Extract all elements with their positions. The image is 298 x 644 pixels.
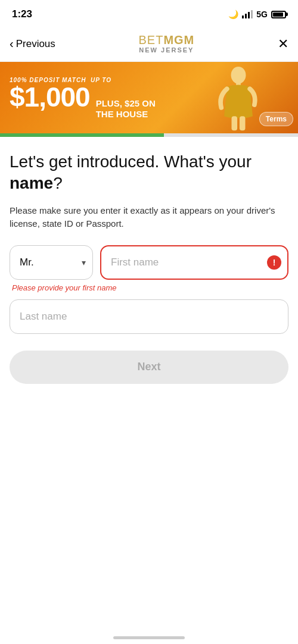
svg-rect-1: [245, 14, 247, 18]
up-to-label: UP TO: [91, 77, 111, 83]
first-name-input[interactable]: [100, 245, 288, 280]
logo-subtitle: NEW JERSEY: [139, 46, 195, 54]
svg-point-4: [231, 67, 246, 84]
next-button[interactable]: Next: [10, 351, 288, 384]
logo-text: BETMGM: [139, 33, 195, 46]
error-icon: !: [267, 255, 281, 270]
svg-rect-3: [251, 10, 253, 18]
banner-house-text: THE HOUSE: [96, 109, 156, 119]
svg-rect-2: [248, 12, 250, 18]
status-time: 1:23: [12, 8, 32, 20]
banner-person-image: [209, 65, 268, 133]
salutation-wrapper: Mr.Mrs.Ms.Dr.Prof. ▾: [10, 245, 93, 280]
svg-rect-0: [242, 15, 244, 18]
previous-button[interactable]: ‹ Previous: [10, 37, 55, 51]
status-bar: 1:23 🌙 5G: [0, 0, 298, 26]
first-name-error: Please provide your first name: [12, 283, 288, 292]
intro-title: Let's get introduced. What's your name?: [10, 151, 288, 195]
name-input-row: Mr.Mrs.Ms.Dr.Prof. ▾ !: [10, 245, 288, 280]
banner-amount: $1,000: [10, 83, 90, 111]
title-bold: name: [10, 174, 53, 192]
close-button[interactable]: ✕: [278, 36, 288, 52]
first-name-wrapper: !: [100, 245, 288, 280]
previous-label: Previous: [16, 38, 55, 50]
status-icons: 🌙 5G: [228, 10, 286, 19]
logo-bet: BET: [139, 33, 164, 46]
title-part1: Let's get introduced. What's your: [10, 152, 252, 171]
battery-icon: [271, 11, 286, 18]
logo-mgm: MGM: [163, 33, 194, 46]
svg-rect-6: [232, 116, 238, 130]
promo-banner: 100% DEPOSIT MATCH UP TO $1,000 PLUS, $2…: [0, 62, 298, 133]
brand-logo: BETMGM NEW JERSEY: [139, 33, 195, 54]
main-content: Let's get introduced. What's your name? …: [0, 137, 298, 398]
signal-bars-icon: [242, 10, 253, 18]
chevron-left-icon: ‹: [10, 37, 14, 51]
home-indicator: [113, 636, 185, 639]
nav-bar: ‹ Previous BETMGM NEW JERSEY ✕: [0, 26, 298, 62]
banner-plus-text: PLUS, $25 ON: [96, 98, 156, 108]
last-name-row: [10, 299, 288, 334]
next-button-container: Next: [10, 351, 288, 398]
network-label: 5G: [256, 10, 268, 19]
salutation-select[interactable]: Mr.Mrs.Ms.Dr.Prof.: [10, 245, 93, 280]
title-end: ?: [53, 174, 63, 192]
svg-rect-7: [240, 116, 246, 130]
terms-button[interactable]: Terms: [259, 112, 293, 126]
moon-icon: 🌙: [228, 10, 238, 19]
intro-description: Please make sure you enter it exactly as…: [10, 204, 288, 231]
last-name-input[interactable]: [10, 299, 288, 334]
